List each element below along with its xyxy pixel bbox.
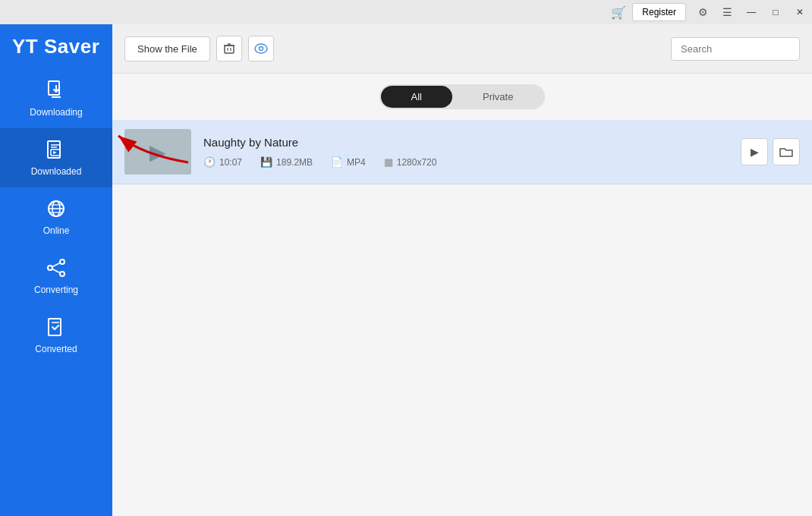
folder-button[interactable] (773, 138, 800, 165)
play-icon: ▶ (149, 140, 166, 165)
menu-icon[interactable]: ☰ (715, 0, 739, 24)
svg-line-15 (52, 263, 60, 267)
svg-point-14 (60, 272, 65, 276)
clock-icon: 🕐 (203, 156, 216, 168)
maximize-button[interactable]: □ (763, 0, 788, 24)
file-list: ▶ Naughty by Nature 🕐 10:07 💾 189.2MB (112, 120, 812, 516)
show-file-button[interactable]: Show the File (124, 36, 210, 61)
file-thumbnail: ▶ (124, 129, 191, 175)
duration-value: 10:07 (219, 157, 242, 168)
sidebar-label-downloading: Downloading (30, 107, 82, 118)
file-icon: 📄 (331, 156, 343, 168)
filter-all-tab[interactable]: All (381, 86, 452, 108)
filter-private-tab[interactable]: Private (452, 86, 543, 108)
filter-bar: All Private (112, 74, 812, 120)
sidebar-item-online[interactable]: Online (0, 187, 112, 247)
svg-marker-3 (53, 151, 57, 154)
sidebar-label-converted: Converted (35, 344, 77, 354)
download-icon (46, 80, 67, 104)
file-info: Naughty by Nature 🕐 10:07 💾 189.2MB 📄 (203, 136, 729, 168)
app-body: YT Saver Downloading (0, 24, 812, 516)
svg-line-16 (52, 269, 60, 273)
register-button[interactable]: Register (632, 3, 686, 21)
format-value: MP4 (347, 157, 366, 168)
eye-button[interactable] (248, 36, 274, 61)
play-button[interactable]: ▶ (741, 138, 768, 165)
meta-resolution: ▦ 1280x720 (384, 156, 437, 168)
titlebar: 🛒 Register ⚙ ☰ — □ ✕ (0, 0, 812, 24)
table-row: ▶ Naughty by Nature 🕐 10:07 💾 189.2MB (112, 120, 812, 184)
file-meta: 🕐 10:07 💾 189.2MB 📄 MP4 ▦ (203, 156, 729, 168)
content-area: Show the File (112, 24, 812, 516)
resolution-value: 1280x720 (397, 157, 437, 168)
app-title: YT Saver (0, 24, 112, 69)
sidebar-item-converting[interactable]: Converting (0, 247, 112, 306)
file-name: Naughty by Nature (203, 136, 729, 149)
sidebar-label-converting: Converting (34, 285, 78, 295)
hdd-icon: 💾 (260, 156, 272, 168)
svg-rect-17 (49, 319, 61, 335)
svg-rect-19 (225, 46, 234, 53)
svg-rect-0 (49, 81, 59, 95)
resolution-icon: ▦ (384, 156, 393, 168)
sidebar-item-converted[interactable]: Converted (0, 306, 112, 365)
sidebar-label-downloaded: Downloaded (31, 166, 82, 177)
delete-button[interactable] (216, 36, 242, 61)
filter-tabs: All Private (379, 84, 546, 109)
sidebar-item-downloaded[interactable]: Downloaded (0, 128, 112, 187)
svg-point-24 (255, 44, 267, 53)
toolbar: Show the File (112, 24, 812, 74)
share-icon (46, 257, 67, 282)
cart-icon[interactable]: 🛒 (605, 0, 632, 24)
doc-check-icon (46, 316, 67, 341)
svg-point-13 (48, 266, 52, 270)
meta-size: 💾 189.2MB (260, 156, 313, 168)
sidebar: YT Saver Downloading (0, 24, 112, 516)
file-actions: ▶ (741, 138, 800, 165)
svg-point-25 (259, 47, 263, 51)
video-file-icon (46, 139, 67, 163)
meta-format: 📄 MP4 (331, 156, 366, 168)
size-value: 189.2MB (276, 157, 313, 168)
close-button[interactable]: ✕ (788, 0, 812, 24)
meta-duration: 🕐 10:07 (203, 156, 242, 168)
search-input[interactable] (671, 37, 800, 61)
sidebar-label-online: Online (43, 225, 70, 236)
minimize-button[interactable]: — (739, 0, 763, 24)
globe-icon (46, 198, 67, 222)
sidebar-item-downloading[interactable]: Downloading (0, 69, 112, 128)
svg-point-12 (60, 260, 65, 264)
settings-icon[interactable]: ⚙ (691, 0, 715, 24)
